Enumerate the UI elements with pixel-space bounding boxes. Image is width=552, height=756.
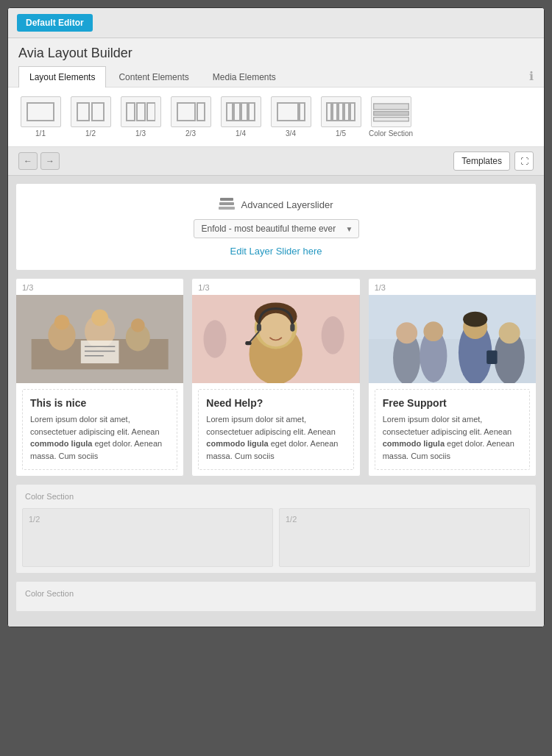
element-1-3-icon [121,96,161,127]
col-2-title: Need Help? [206,397,345,409]
history-buttons: ← → [18,152,60,170]
svg-rect-11 [249,103,255,121]
element-1-4-icon [221,96,261,127]
element-1-4[interactable]: 1/4 [219,96,263,138]
svg-rect-8 [227,103,233,121]
col-2-label: 1/3 [192,279,359,295]
col-1-image-svg [16,295,183,383]
canvas: Advanced Layerslider Enfold - most beaut… [8,176,544,627]
svg-rect-5 [147,103,155,121]
elements-bar: 1/1 1/2 1/3 2/3 1/4 [8,88,544,147]
element-3-4[interactable]: 3/4 [269,96,313,138]
svg-rect-20 [373,112,408,115]
element-1-1-icon [21,96,61,127]
element-color-section-label: Color Section [369,129,413,138]
svg-rect-12 [277,103,298,121]
col-3-body: Lorem ipsum dolor sit amet, consectetuer… [383,413,522,462]
layerslider-select[interactable]: Enfold - most beautiful theme ever [194,219,359,238]
redo-button[interactable]: → [40,152,60,170]
svg-rect-21 [373,118,408,121]
svg-point-51 [396,322,417,343]
element-3-4-label: 3/4 [286,129,296,138]
svg-point-30 [54,315,70,330]
svg-point-56 [463,312,487,327]
svg-rect-45 [291,324,295,331]
element-1-1-label: 1/1 [35,129,46,138]
svg-rect-6 [177,103,195,121]
svg-rect-22 [220,198,233,201]
svg-rect-59 [486,350,497,364]
tab-media-elements[interactable]: Media Elements [202,66,287,88]
svg-rect-16 [339,103,343,121]
main-window: Default Editor Avia Layout Builder Layou… [7,7,545,627]
als-dropdown-wrapper: Enfold - most beautiful theme ever ▼ [31,219,521,238]
svg-rect-9 [234,103,240,121]
als-header: Advanced Layerslider [31,197,521,212]
col-1-body: Lorem ipsum dolor sit amet, consectetuer… [30,413,169,462]
svg-rect-0 [27,103,54,121]
layerslider-section: Advanced Layerslider Enfold - most beaut… [15,183,537,271]
svg-rect-10 [241,103,247,121]
col-3-label: 1/3 [369,279,536,295]
svg-rect-15 [333,103,337,121]
als-title: Advanced Layerslider [241,199,333,210]
color-section-1-col-1-label: 1/2 [29,515,40,524]
element-1-1[interactable]: 1/1 [18,96,63,138]
color-section-1-col-2-label: 1/2 [286,515,297,524]
element-1-3[interactable]: 1/3 [118,96,163,138]
svg-rect-3 [127,103,135,121]
col-1-text-area: This is nice Lorem ipsum dolor sit amet,… [22,389,177,470]
undo-button[interactable]: ← [18,152,38,170]
col-3-text-area: Free Support Lorem ipsum dolor sit amet,… [375,389,530,470]
col-1-title: This is nice [30,397,169,409]
svg-point-58 [498,322,520,343]
svg-rect-23 [219,202,234,205]
tab-layout-elements[interactable]: Layout Elements [18,66,106,88]
element-1-5[interactable]: 1/5 [319,96,363,138]
col-1-image [16,295,183,383]
column-card-1: 1/3 [15,278,184,477]
color-section-1-col-1: 1/2 [22,508,273,567]
col-2-text-area: Need Help? Lorem ipsum dolor sit amet, c… [198,389,353,470]
element-1-5-label: 1/5 [336,129,346,138]
svg-rect-13 [300,103,305,121]
color-section-1-cols: 1/2 1/2 [22,508,530,567]
element-1-2-icon [71,96,111,127]
col-2-image [192,295,359,383]
toolbar-row: ← → Templates ⛶ [8,147,544,176]
element-1-4-label: 1/4 [236,129,246,138]
svg-rect-2 [92,103,104,121]
element-1-3-label: 1/3 [135,129,146,138]
edit-layer-slider-link[interactable]: Edit Layer Slider here [230,246,322,257]
svg-rect-47 [246,341,252,345]
element-1-2-label: 1/2 [85,129,96,138]
svg-rect-17 [344,103,349,121]
col-3-image [369,295,536,383]
svg-rect-24 [219,207,235,210]
als-edit-link-container: Edit Layer Slider here [31,246,521,257]
toolbar-right: Templates ⛶ [453,151,534,171]
element-color-section[interactable]: Color Section [369,96,413,138]
color-section-1: Color Section 1/2 1/2 [15,484,537,574]
color-section-1-label: Color Section [22,491,530,502]
col-2-image-svg [192,295,359,383]
expand-button[interactable]: ⛶ [514,151,534,171]
tab-content-elements[interactable]: Content Elements [107,66,199,88]
svg-rect-7 [197,103,205,121]
col-3-image-svg [369,295,536,383]
svg-point-32 [131,318,145,332]
element-1-2[interactable]: 1/2 [68,96,113,138]
svg-rect-1 [77,103,89,121]
default-editor-button[interactable]: Default Editor [17,14,93,32]
col-1-label: 1/3 [16,279,183,295]
info-icon[interactable]: ℹ [529,69,534,83]
element-1-5-icon [321,96,361,127]
element-2-3[interactable]: 2/3 [169,96,213,138]
color-section-1-col-2: 1/2 [279,508,530,567]
svg-rect-4 [137,103,145,121]
top-bar: Default Editor [8,8,544,38]
templates-button[interactable]: Templates [453,151,510,171]
tabs-row: Layout Elements Content Elements Media E… [8,65,544,88]
svg-rect-19 [373,104,408,110]
svg-rect-14 [327,103,331,121]
